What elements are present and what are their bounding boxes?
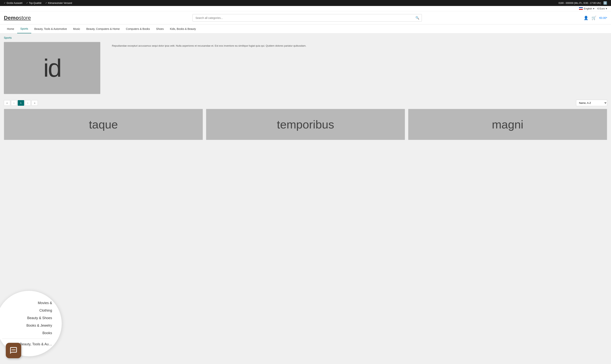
sort-select[interactable]: Name, A-Z Name, Z-A Price, low to high P… <box>576 100 607 106</box>
top-bar-contact: 0180 - 000000 (Mo.-Fr., 9:00 - 17:00 Uhr… <box>558 1 607 5</box>
page-first-button[interactable]: « <box>4 100 10 106</box>
content-upper: id Repudiandae excepturi accusamus sequi… <box>0 42 611 94</box>
product-thumb-1: taque <box>4 109 203 140</box>
product-thumb-2: temporibus <box>206 109 405 140</box>
language-label: English <box>584 7 592 10</box>
check-icon-3: ✓ <box>45 2 47 4</box>
top-bar-badges: ✓ Große Auswahl ✓ Top-Qualität ✓ Klimane… <box>4 2 72 4</box>
nav-home[interactable]: Home <box>4 25 17 33</box>
nav-kids-books[interactable]: Kids, Books & Beauty <box>167 25 199 33</box>
badge-2: ✓ Top-Qualität <box>26 2 42 4</box>
site-header: Demostore 🔍 👤 🛒 €0.00* <box>0 11 611 25</box>
user-icon[interactable]: 👤 <box>583 16 588 20</box>
nav-computers-books[interactable]: Computers & Books <box>123 25 153 33</box>
lang-bar: English ▾ € Euro ▾ <box>0 6 611 11</box>
check-icon-1: ✓ <box>4 2 6 4</box>
product-thumb-text-3: magni <box>492 118 523 131</box>
product-thumb-text-2: temporibus <box>277 118 334 131</box>
pagination: « ‹ 1 › » <box>4 100 38 106</box>
breadcrumb: Sports <box>0 34 611 42</box>
flag-icon <box>579 7 583 10</box>
logo-bold: Demo <box>4 15 19 21</box>
currency-selector[interactable]: € Euro ▾ <box>597 7 607 10</box>
phone-number: 0180 - 000000 (Mo.-Fr., 9:00 - 17:00 Uhr… <box>558 2 601 4</box>
chevron-down-icon: ▾ <box>593 7 594 10</box>
pagination-row: « ‹ 1 › » Name, A-Z Name, Z-A Price, low… <box>0 97 611 109</box>
product-thumb-text-1: taque <box>89 118 118 131</box>
check-icon-2: ✓ <box>26 2 28 4</box>
hero-image: id <box>4 42 100 94</box>
page-last-button[interactable]: » <box>31 100 38 106</box>
search-button[interactable]: 🔍 <box>413 14 422 21</box>
chevron-down-icon-2: ▾ <box>606 7 607 10</box>
hero-description: Repudiandae excepturi accusamus sequi do… <box>106 42 378 94</box>
main-nav: Home Sports Beauty, Tools & Automotive M… <box>0 25 611 34</box>
logo-light: store <box>19 15 31 21</box>
cart-icon[interactable]: 🛒 <box>592 16 596 20</box>
site-logo[interactable]: Demostore <box>4 15 31 21</box>
product-grid: taque temporibus magni <box>0 109 611 144</box>
header-actions: 👤 🛒 €0.00* <box>583 16 607 20</box>
search-icon: 🔍 <box>416 16 419 19</box>
nav-beauty-tools[interactable]: Beauty, Tools & Automotive <box>31 25 70 33</box>
top-bar: ✓ Große Auswahl ✓ Top-Qualität ✓ Klimane… <box>0 0 611 6</box>
product-card-2[interactable]: temporibus <box>206 109 405 140</box>
nav-shoes[interactable]: Shoes <box>153 25 167 33</box>
search-bar: 🔍 <box>193 14 422 22</box>
product-card-3[interactable]: magni <box>408 109 607 140</box>
product-card-1[interactable]: taque <box>4 109 203 140</box>
currency-label: € Euro <box>597 7 605 10</box>
search-input[interactable] <box>193 15 413 21</box>
badge-3: ✓ Klimaneutraler Versand <box>45 2 72 4</box>
nav-beauty-computers[interactable]: Beauty, Computers & Home <box>83 25 123 33</box>
hero-image-text: id <box>43 53 61 82</box>
cart-price[interactable]: €0.00* <box>599 16 607 19</box>
nav-sports[interactable]: Sports <box>17 25 31 33</box>
page-prev-button[interactable]: ‹ <box>11 100 17 106</box>
info-icon: ℹ️ <box>603 1 607 5</box>
sort-container: Name, A-Z Name, Z-A Price, low to high P… <box>576 100 607 106</box>
product-thumb-3: magni <box>408 109 607 140</box>
badge-1: ✓ Große Auswahl <box>4 2 22 4</box>
nav-music[interactable]: Music <box>70 25 83 33</box>
language-selector[interactable]: English ▾ <box>579 7 594 10</box>
page-1-button[interactable]: 1 <box>18 100 24 106</box>
page-next-button[interactable]: › <box>25 100 31 106</box>
